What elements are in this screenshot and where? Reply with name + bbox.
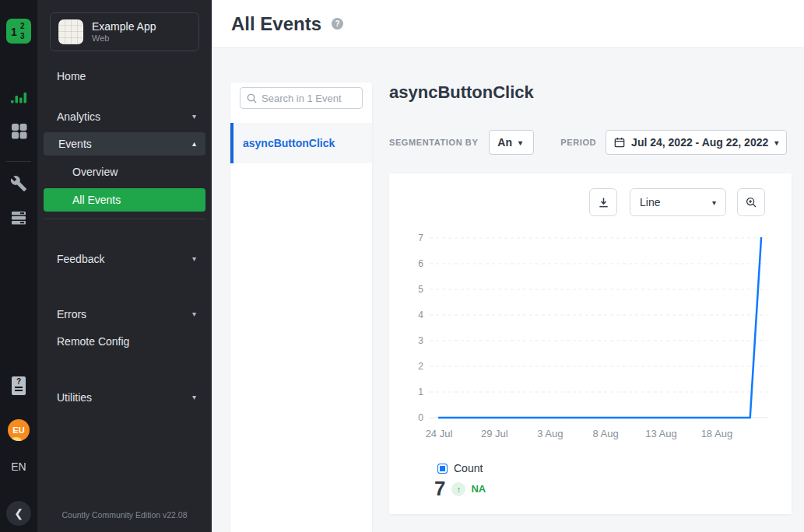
wrench-icon[interactable] — [9, 174, 28, 193]
segmentation-label: SEGMENTATION BY — [389, 138, 478, 147]
sidebar-item-all-events[interactable]: All Events — [44, 188, 205, 212]
period-select[interactable]: Jul 24, 2022 - Aug 22, 2022 ▾ — [606, 130, 787, 155]
svg-text:1: 1 — [11, 26, 17, 38]
chevron-down-icon: ▾ — [192, 109, 196, 124]
chevron-down-icon: ▾ — [774, 138, 778, 147]
svg-text:6: 6 — [418, 258, 423, 269]
rail-divider — [6, 161, 31, 162]
sidebar-item-overview[interactable]: Overview — [37, 164, 212, 180]
sidebar-item-label: Analytics — [57, 110, 100, 123]
total-count-value: 7 — [434, 477, 445, 501]
app-selector[interactable]: Example App Web — [50, 12, 199, 51]
chevron-down-icon: ▾ — [192, 306, 196, 322]
trend-up-arrow-icon: ↑ — [451, 482, 465, 496]
event-list-item-selected[interactable]: asyncButtonClick — [230, 123, 372, 163]
svg-text:2: 2 — [20, 22, 25, 30]
filter-row: SEGMENTATION BY An ▾ PERIOD Jul 24, 2022… — [389, 130, 787, 155]
svg-text:3 Aug: 3 Aug — [537, 428, 563, 439]
svg-text:13 Aug: 13 Aug — [645, 428, 677, 439]
data-manager-icon[interactable] — [9, 208, 28, 227]
sidebar-item-label: Errors — [57, 308, 86, 320]
sidebar: Example App Web Home Analytics ▾ Events … — [37, 0, 212, 532]
svg-text:5: 5 — [418, 284, 423, 295]
version-footer: Countly Community Edition v22.08 — [37, 510, 212, 520]
sidebar-item-events[interactable]: Events ▴ — [44, 132, 205, 156]
event-search-input[interactable] — [262, 93, 355, 104]
download-chart-button[interactable] — [589, 188, 617, 216]
sidebar-item-errors[interactable]: Errors ▾ — [37, 306, 212, 322]
segmentation-value: An — [497, 136, 512, 149]
sidebar-item-analytics[interactable]: Analytics ▾ — [37, 109, 212, 124]
sidebar-collapse-button[interactable]: ❮ — [6, 501, 31, 526]
svg-text:8 Aug: 8 Aug — [593, 428, 619, 439]
chart-type-select[interactable]: Line ▾ — [630, 188, 726, 216]
page-title: All Events — [231, 13, 321, 35]
svg-text:0: 0 — [418, 412, 423, 423]
user-avatar[interactable]: EU — [8, 419, 30, 441]
chevron-down-icon: ▾ — [712, 198, 716, 207]
download-icon — [598, 197, 609, 208]
sidebar-item-label: Utilities — [57, 391, 92, 404]
sidebar-item-feedback[interactable]: Feedback ▾ — [37, 251, 212, 267]
svg-text:3: 3 — [418, 335, 423, 346]
calendar-icon — [614, 137, 625, 148]
trend-value: NA — [471, 483, 486, 495]
events-line-chart: 0123456724 Jul29 Jul3 Aug8 Aug13 Aug18 A… — [389, 220, 778, 450]
svg-text:3: 3 — [20, 32, 25, 40]
chart-type-value: Line — [640, 196, 660, 208]
svg-text:18 Aug: 18 Aug — [701, 428, 733, 439]
legend-count[interactable]: Count — [437, 462, 483, 474]
feedback-survey-icon[interactable]: ? — [9, 376, 28, 395]
legend-label: Count — [454, 462, 483, 474]
sidebar-item-utilities[interactable]: Utilities ▾ — [37, 390, 212, 405]
chevron-down-icon: ▾ — [192, 390, 196, 405]
language-selector[interactable]: EN — [0, 460, 37, 473]
period-label: PERIOD — [560, 138, 596, 147]
sidebar-item-remote-config[interactable]: Remote Config — [37, 334, 212, 349]
main-content: All Events ? asyncButtonClick asyncButto… — [212, 0, 804, 532]
help-icon[interactable]: ? — [332, 18, 343, 30]
sidebar-item-label: Feedback — [57, 253, 104, 265]
svg-text:7: 7 — [418, 233, 423, 243]
chevron-down-icon: ▾ — [518, 138, 522, 147]
app-type: Web — [92, 33, 156, 44]
period-value: Jul 24, 2022 - Aug 22, 2022 — [631, 136, 768, 149]
sidebar-item-home[interactable]: Home — [37, 68, 212, 84]
chart-card: Line ▾ 0123456724 Jul29 Jul3 Aug8 Aug13 … — [389, 173, 792, 514]
svg-text:2: 2 — [418, 361, 423, 372]
app-icon — [58, 19, 83, 44]
sidebar-item-label: Events — [58, 138, 92, 150]
chevron-up-icon: ▴ — [192, 132, 196, 156]
analytics-bars-icon[interactable] — [9, 87, 28, 106]
countly-logo-icon[interactable]: 1 2 3 — [6, 19, 31, 44]
icon-rail: 1 2 3 — [0, 0, 37, 532]
app-name: Example App — [92, 20, 156, 33]
chevron-down-icon: ▾ — [192, 251, 196, 267]
events-list-panel: asyncButtonClick — [230, 82, 372, 532]
zoom-chart-button[interactable] — [737, 188, 765, 216]
event-detail-title: asyncButtonClick — [389, 82, 534, 103]
segmentation-select[interactable]: An ▾ — [489, 130, 534, 155]
svg-text:?: ? — [16, 377, 21, 386]
event-search-box — [240, 87, 363, 109]
svg-text:29 Jul: 29 Jul — [481, 428, 508, 439]
search-icon — [247, 93, 257, 103]
svg-text:1: 1 — [418, 387, 423, 397]
svg-text:4: 4 — [418, 310, 423, 320]
summary-row: 7 ↑ NA — [434, 477, 486, 501]
svg-text:24 Jul: 24 Jul — [426, 428, 453, 439]
sidebar-divider — [44, 219, 205, 219]
page-header: All Events ? — [212, 0, 804, 48]
apps-grid-icon[interactable] — [9, 121, 28, 140]
legend-checkbox-icon — [437, 464, 448, 474]
zoom-in-icon — [746, 197, 757, 208]
collapse-chevron-icon: ❮ — [14, 507, 23, 520]
